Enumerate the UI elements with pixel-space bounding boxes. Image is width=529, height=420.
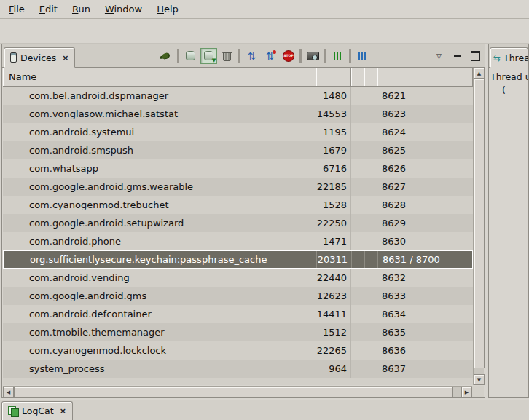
process-port: 8637 <box>377 360 473 378</box>
dump-hprof-icon[interactable] <box>200 48 217 64</box>
process-port: 8635 <box>377 323 473 341</box>
close-icon[interactable]: × <box>62 53 68 63</box>
column-header-spare1[interactable] <box>351 68 364 86</box>
com.google.android.setupwizard[interactable]: com.google.android.setupwizard 22250 862… <box>3 214 473 232</box>
com.android.phone[interactable]: com.android.phone 1471 8630 <box>3 232 473 250</box>
process-name: com.tmobile.thememanager <box>3 323 316 341</box>
com.cyanogenmod.trebuchet[interactable]: com.cyanogenmod.trebuchet 1528 8628 <box>3 196 473 214</box>
vertical-scroll-thumb[interactable] <box>474 79 485 368</box>
com.vonglasow.michael.satstat[interactable]: com.vonglasow.michael.satstat 14553 8623 <box>3 105 473 123</box>
menu-item[interactable]: Run <box>65 1 98 17</box>
process-port: 8625 <box>377 141 473 159</box>
process-port: 8624 <box>377 123 473 141</box>
process-name: system_process <box>3 360 316 378</box>
scroll-down-icon[interactable]: ▼ <box>474 374 485 385</box>
stop-process-icon[interactable]: STOP <box>280 48 297 64</box>
toolbar-icon <box>238 49 240 63</box>
process-name: com.vonglasow.michael.satstat <box>3 105 316 123</box>
process-name: com.android.vending <box>3 269 316 287</box>
tab-devices[interactable]: Devices × <box>4 47 75 68</box>
menu-item[interactable]: Edit <box>32 1 65 17</box>
process-pid: 1679 <box>316 141 351 159</box>
scroll-right-icon[interactable]: ▶ <box>461 387 472 397</box>
column-header-spare2[interactable] <box>364 68 377 86</box>
column-header-pid[interactable] <box>316 68 351 86</box>
process-table: Name com.bel.android.dspmanager 1480 862… <box>3 68 484 385</box>
system_process[interactable]: system_process 964 8637 <box>3 360 473 378</box>
capture-system-trace-icon[interactable] <box>329 48 346 64</box>
devices-tabstrip: Devices × STOP▽ <box>2 44 485 68</box>
process-name: com.google.android.setupwizard <box>3 214 316 232</box>
threads-message-line2: ( <box>490 84 528 97</box>
process-name: com.android.systemui <box>3 123 316 141</box>
process-pid: 1480 <box>316 87 351 105</box>
scroll-up-icon[interactable]: ▲ <box>474 68 485 79</box>
toolbar-icon <box>324 49 326 63</box>
toolbar-icon <box>177 49 179 63</box>
tab-logcat-label: LogCat <box>22 405 54 416</box>
process-port: 8631 / 8700 <box>378 251 472 268</box>
update-heap-icon[interactable] <box>182 48 199 64</box>
threads-message: Thread up ( <box>489 68 528 97</box>
com.android.systemui[interactable]: com.android.systemui 1195 8624 <box>3 123 473 141</box>
cause-gc-icon[interactable] <box>219 48 235 64</box>
process-pid: 14411 <box>316 305 351 323</box>
logcat-strip: LogCat × <box>0 400 529 420</box>
com.google.android.gms.wearable[interactable]: com.google.android.gms.wearable 22185 86… <box>3 178 473 196</box>
maximize-icon[interactable] <box>467 48 484 64</box>
vertical-scrollbar[interactable]: ▲ ▼ <box>473 68 484 385</box>
tab-threads-label: Threads <box>503 52 528 63</box>
column-header-name[interactable]: Name <box>3 68 316 86</box>
com.google.android.gms[interactable]: com.google.android.gms 12623 8633 <box>3 287 473 305</box>
com.bel.android.dspmanager[interactable]: com.bel.android.dspmanager 1480 8621 <box>3 87 473 105</box>
view-menu-icon[interactable]: ▽ <box>431 48 447 64</box>
tab-threads[interactable]: Threads <box>490 47 528 68</box>
process-pid: 22185 <box>316 178 351 196</box>
close-icon[interactable]: × <box>60 406 66 416</box>
process-name: com.bel.android.dspmanager <box>3 87 316 105</box>
devices-panel: Devices × STOP▽ Name com.bel.android.dsp… <box>1 44 485 398</box>
process-pid: 22250 <box>316 214 351 232</box>
scroll-left-icon[interactable]: ◀ <box>3 387 14 397</box>
screen-capture-icon[interactable] <box>305 48 321 64</box>
horizontal-scroll-thumb[interactable] <box>14 387 453 397</box>
org.sufficientlysecure.keychain:passphrase_cache[interactable]: org.sufficientlysecure.keychain:passphra… <box>3 250 473 269</box>
start-method-profiling-icon[interactable] <box>262 48 278 64</box>
logcat-icon <box>8 406 18 416</box>
process-pid: 14553 <box>316 105 351 123</box>
process-port: 8626 <box>377 159 473 178</box>
menu-item[interactable]: Window <box>98 1 149 17</box>
horizontal-scrollbar[interactable]: ◀ ▶ <box>3 386 472 397</box>
process-port: 8621 <box>377 87 473 105</box>
menu-item[interactable]: Help <box>149 1 186 17</box>
process-port: 8630 <box>377 232 473 250</box>
devices-toolbar: STOP▽ <box>75 44 485 68</box>
process-port: 8633 <box>377 287 473 305</box>
threads-icon <box>493 52 501 63</box>
main-toolbar <box>0 19 529 44</box>
process-name: com.android.phone <box>3 232 316 250</box>
process-name: com.google.android.gms.wearable <box>3 178 316 196</box>
com.tmobile.thememanager[interactable]: com.tmobile.thememanager 1512 8635 <box>3 323 473 341</box>
process-pid: 22265 <box>316 341 351 360</box>
tab-devices-label: Devices <box>20 52 56 63</box>
minimize-icon[interactable] <box>449 48 466 64</box>
process-pid: 1512 <box>316 323 351 341</box>
column-header-port[interactable] <box>377 68 473 86</box>
process-port: 8628 <box>377 196 473 214</box>
com.android.smspush[interactable]: com.android.smspush 1679 8625 <box>3 141 473 159</box>
process-name: com.whatsapp <box>3 159 316 178</box>
process-port: 8629 <box>377 214 473 232</box>
menu-item[interactable]: File <box>1 1 32 17</box>
com.android.defcontainer[interactable]: com.android.defcontainer 14411 8634 <box>3 305 473 323</box>
start-opengl-trace-icon[interactable] <box>354 48 371 64</box>
update-threads-icon[interactable] <box>243 48 260 64</box>
toolbar-icon <box>299 49 302 63</box>
com.cyanogenmod.lockclock[interactable]: com.cyanogenmod.lockclock 22265 8636 <box>3 341 473 360</box>
com.whatsapp[interactable]: com.whatsapp 6716 8626 <box>3 159 473 178</box>
debug-process-icon[interactable] <box>157 48 174 64</box>
com.android.vending[interactable]: com.android.vending 22440 8632 <box>3 269 473 287</box>
toolbar-icon <box>372 48 429 64</box>
process-pid: 1471 <box>316 232 351 250</box>
tab-logcat[interactable]: LogCat × <box>1 401 73 420</box>
